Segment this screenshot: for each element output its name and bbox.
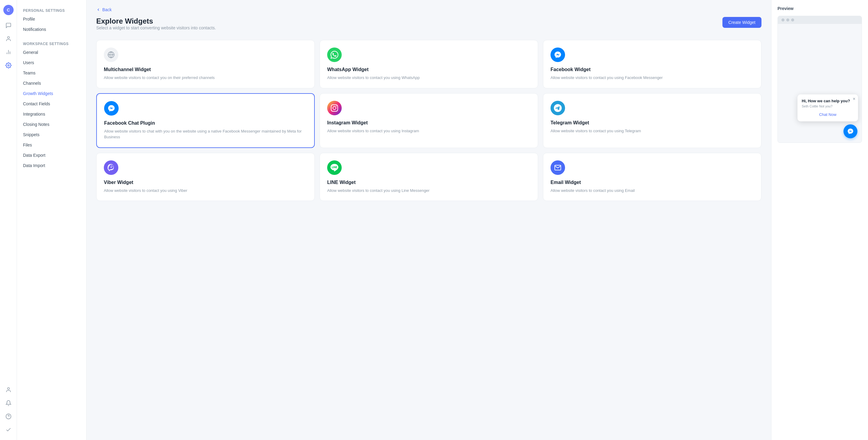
telegram-icon: [551, 101, 565, 115]
facebook-messenger-icon: [551, 48, 565, 62]
widget-card-telegram[interactable]: Telegram Widget Allow website visitors t…: [543, 93, 762, 148]
svg-point-0: [7, 37, 9, 39]
bell-bottom-icon[interactable]: [3, 398, 14, 409]
widget-card-line[interactable]: LINE Widget Allow website visitors to co…: [319, 153, 538, 201]
whatsapp-widget-desc: Allow website visitors to contact you us…: [327, 75, 531, 81]
browser-dot-3: [791, 19, 794, 22]
instagram-icon: [327, 101, 342, 115]
avatar: C: [3, 5, 13, 15]
sidebar-item-closing-notes[interactable]: Closing Notes: [17, 119, 86, 129]
line-widget-name: LINE Widget: [327, 180, 531, 185]
sidebar-item-data-import[interactable]: Data Import: [17, 160, 86, 171]
help-bottom-icon[interactable]: [3, 411, 14, 422]
personal-section-title: Personal Settings: [17, 6, 86, 14]
sidebar-item-data-export[interactable]: Data Export: [17, 150, 86, 160]
chat-close-button[interactable]: ✕: [852, 97, 856, 101]
sidebar-item-growth-widgets[interactable]: Growth Widgets: [17, 88, 86, 99]
preview-title: Preview: [777, 6, 862, 11]
line-icon: [327, 160, 342, 175]
sidebar-item-files[interactable]: Files: [17, 140, 86, 150]
widget-card-multichannel[interactable]: Multichannel Widget Allow website visito…: [96, 40, 315, 88]
browser-dot-2: [786, 19, 789, 22]
sidebar-item-snippets[interactable]: Snippets: [17, 129, 86, 140]
email-icon: [551, 160, 565, 175]
page-title: Explore Widgets: [96, 17, 216, 25]
page-subtitle: Select a widget to start converting webs…: [96, 25, 216, 30]
instagram-widget-desc: Allow website visitors to contact you us…: [327, 128, 531, 134]
sidebar-item-users[interactable]: Users: [17, 58, 86, 68]
reports-nav-icon[interactable]: [3, 46, 14, 58]
contacts-nav-icon[interactable]: [3, 33, 14, 44]
browser-bar: [778, 16, 862, 24]
preview-browser: ✕ Hi, How we can help you? Seth Cottle N…: [777, 16, 862, 143]
facebook-widget-desc: Allow website visitors to contact you us…: [551, 75, 754, 81]
sidebar-item-notifications[interactable]: Notifications: [17, 24, 86, 34]
sidebar-item-integrations[interactable]: Integrations: [17, 109, 86, 119]
widget-grid: Multichannel Widget Allow website visito…: [96, 40, 762, 201]
chat-now-button[interactable]: Chat Now: [802, 112, 854, 117]
viber-icon: [104, 160, 118, 175]
multichannel-widget-name: Multichannel Widget: [104, 67, 307, 72]
check-bottom-icon[interactable]: [3, 424, 14, 435]
page-header: Explore Widgets Select a widget to start…: [96, 17, 762, 37]
chat-sub-text: Seth Cottle Not you?: [802, 104, 854, 108]
create-widget-button[interactable]: Create Widget: [722, 17, 762, 28]
settings-sidebar: Personal Settings Profile Notifications …: [17, 0, 87, 440]
workspace-section-title: Workspace Settings: [17, 39, 86, 47]
svg-point-5: [7, 388, 9, 390]
viber-widget-name: Viber Widget: [104, 180, 307, 185]
sidebar-item-general[interactable]: General: [17, 47, 86, 58]
back-label: Back: [102, 7, 112, 12]
widget-card-viber[interactable]: Viber Widget Allow website visitors to c…: [96, 153, 315, 201]
widget-card-fb-chat[interactable]: Facebook Chat Plugin Allow website visit…: [96, 93, 315, 148]
widget-card-whatsapp[interactable]: WhatsApp Widget Allow website visitors t…: [319, 40, 538, 88]
chat-greeting: Hi, How we can help you?: [802, 99, 854, 103]
settings-nav-icon[interactable]: [3, 60, 14, 71]
line-widget-desc: Allow website visitors to contact you us…: [327, 188, 531, 194]
widget-card-instagram[interactable]: Instagram Widget Allow website visitors …: [319, 93, 538, 148]
viber-widget-desc: Allow website visitors to contact you us…: [104, 188, 307, 194]
telegram-widget-name: Telegram Widget: [551, 120, 754, 126]
widget-card-facebook[interactable]: Facebook Widget Allow website visitors t…: [543, 40, 762, 88]
widget-card-email[interactable]: Email Widget Allow website visitors to c…: [543, 153, 762, 201]
sidebar-item-teams[interactable]: Teams: [17, 68, 86, 78]
instagram-widget-name: Instagram Widget: [327, 120, 531, 126]
multichannel-icon: [104, 48, 118, 62]
fb-chat-icon: [104, 101, 119, 116]
email-widget-name: Email Widget: [551, 180, 754, 185]
chat-popup: ✕ Hi, How we can help you? Seth Cottle N…: [798, 94, 858, 121]
chat-fab-button[interactable]: [843, 124, 858, 138]
browser-dot-1: [781, 19, 784, 22]
icon-sidebar: C: [0, 0, 17, 440]
fb-chat-widget-name: Facebook Chat Plugin: [104, 120, 307, 126]
whatsapp-icon: [327, 48, 342, 62]
sidebar-item-profile[interactable]: Profile: [17, 14, 86, 24]
email-widget-desc: Allow website visitors to contact you us…: [551, 188, 754, 194]
facebook-widget-name: Facebook Widget: [551, 67, 754, 72]
telegram-widget-desc: Allow website visitors to contact you us…: [551, 128, 754, 134]
back-link[interactable]: Back: [96, 7, 762, 12]
sidebar-item-contact-fields[interactable]: Contact Fields: [17, 99, 86, 109]
fb-chat-widget-desc: Allow website visitors to chat with you …: [104, 128, 307, 140]
main-content: Back Explore Widgets Select a widget to …: [87, 0, 771, 440]
sidebar-item-channels[interactable]: Channels: [17, 78, 86, 88]
whatsapp-widget-name: WhatsApp Widget: [327, 67, 531, 72]
chat-nav-icon[interactable]: [3, 20, 14, 31]
user-bottom-icon[interactable]: [3, 384, 14, 395]
multichannel-widget-desc: Allow website visitors to contact you on…: [104, 75, 307, 81]
preview-panel: Preview ✕ Hi, How we can help you? Seth …: [771, 0, 868, 440]
svg-point-4: [7, 65, 9, 66]
